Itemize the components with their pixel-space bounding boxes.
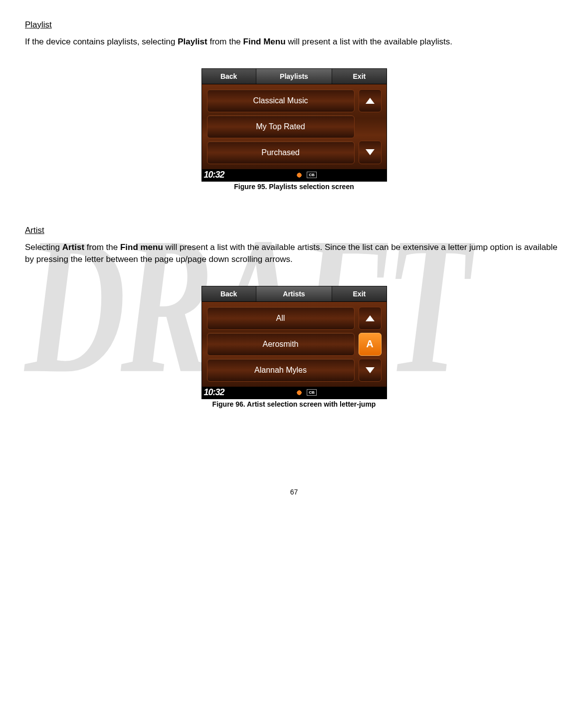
list-item[interactable]: Alannah Myles	[207, 359, 355, 382]
text: from the	[84, 242, 120, 252]
page-up-button[interactable]	[359, 89, 382, 113]
artist-list: All Aerosmith Alannah Myles	[207, 307, 355, 382]
list-item[interactable]: All	[207, 307, 355, 330]
page-number: 67	[25, 488, 563, 496]
arrow-up-icon	[366, 315, 375, 321]
cb-badge: CB	[307, 172, 317, 178]
list-item[interactable]: Purchased	[207, 141, 355, 164]
bold-text: Playlist	[178, 37, 207, 46]
arrow-up-icon	[366, 98, 375, 104]
section-title-playlist: Playlist	[25, 20, 563, 30]
figure-caption: Figure 96. Artist selection screen with …	[25, 400, 563, 408]
figure-96: Back Artists Exit All Aerosmith Alannah …	[25, 286, 563, 408]
brand-logo-icon	[295, 389, 304, 396]
list-item[interactable]: My Top Rated	[207, 115, 355, 138]
top-bar: Back Playlists Exit	[202, 69, 387, 84]
back-button[interactable]: Back	[202, 69, 256, 84]
text: from the	[207, 37, 243, 46]
paragraph-playlist: If the device contains playlists, select…	[25, 36, 563, 48]
bold-text: Find Menu	[243, 37, 286, 46]
bold-text: Find menu	[120, 242, 163, 252]
list-area: All Aerosmith Alannah Myles A	[202, 302, 387, 387]
cb-badge: CB	[307, 389, 317, 396]
scroll-column	[359, 89, 382, 164]
page-content: Playlist If the device contains playlist…	[25, 20, 563, 496]
clock: 10:32	[204, 170, 224, 180]
figure-95: Back Playlists Exit Classical Music My T…	[25, 68, 563, 191]
clock: 10:32	[204, 387, 224, 398]
back-button[interactable]: Back	[202, 286, 256, 301]
screen-title: Artists	[256, 286, 333, 301]
scroll-column: A	[359, 307, 382, 382]
exit-button[interactable]: Exit	[332, 69, 386, 84]
arrow-down-icon	[366, 367, 375, 373]
paragraph-artist: Selecting Artist from the Find menu will…	[25, 241, 563, 266]
list-item[interactable]: Aerosmith	[207, 333, 355, 356]
list-item[interactable]: Classical Music	[207, 89, 355, 112]
figure-caption: Figure 95. Playlists selection screen	[25, 183, 563, 191]
arrow-down-icon	[366, 149, 375, 155]
section-title-artist: Artist	[25, 226, 563, 236]
scroll-spacer	[359, 115, 382, 138]
device-screenshot-playlists: Back Playlists Exit Classical Music My T…	[201, 68, 387, 182]
status-icons: CB	[227, 172, 385, 179]
page-down-button[interactable]	[359, 359, 382, 382]
list-area: Classical Music My Top Rated Purchased	[202, 84, 387, 169]
exit-button[interactable]: Exit	[332, 286, 386, 301]
status-icons: CB	[227, 389, 385, 396]
page-up-button[interactable]	[359, 307, 382, 330]
bold-text: Artist	[62, 242, 84, 252]
screen-title: Playlists	[256, 69, 333, 84]
device-screenshot-artists: Back Artists Exit All Aerosmith Alannah …	[201, 286, 387, 399]
status-bar: 10:32 CB	[202, 169, 387, 181]
text: will present a list with the available p…	[286, 37, 452, 46]
text: If the device contains playlists, select…	[25, 37, 178, 46]
status-bar: 10:32 CB	[202, 387, 387, 399]
brand-logo-icon	[295, 172, 304, 179]
text: Selecting	[25, 242, 62, 252]
playlist-list: Classical Music My Top Rated Purchased	[207, 89, 355, 164]
page-down-button[interactable]	[359, 141, 382, 164]
top-bar: Back Artists Exit	[202, 286, 387, 302]
letter-jump-button[interactable]: A	[359, 333, 382, 356]
